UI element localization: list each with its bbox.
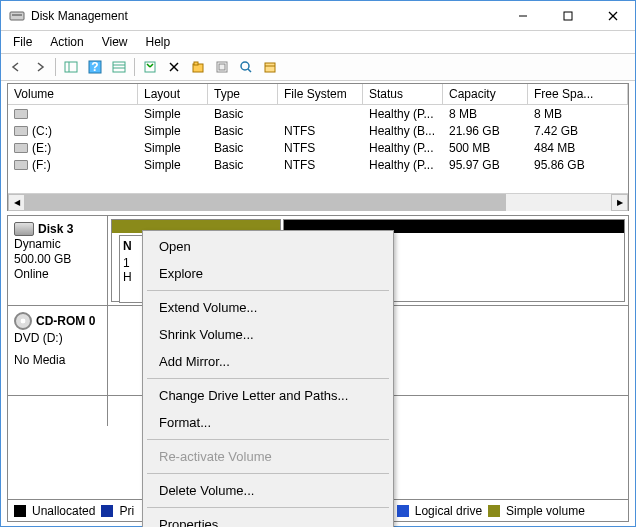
help-button[interactable]: ? bbox=[84, 56, 106, 78]
svg-rect-22 bbox=[265, 63, 275, 72]
maximize-button[interactable] bbox=[545, 1, 590, 30]
svg-rect-19 bbox=[219, 64, 225, 70]
svg-rect-3 bbox=[564, 12, 572, 20]
ctx-change-drive-letter[interactable]: Change Drive Letter and Paths... bbox=[145, 382, 391, 409]
toolbar: ? bbox=[1, 53, 635, 81]
col-layout[interactable]: Layout bbox=[138, 84, 208, 104]
volume-list-panel: Volume Layout Type File System Status Ca… bbox=[7, 83, 629, 211]
disk-label-disk3[interactable]: Disk 3 Dynamic 500.00 GB Online bbox=[8, 216, 108, 305]
horizontal-scrollbar[interactable]: ◀ ▶ bbox=[8, 193, 628, 210]
svg-line-21 bbox=[248, 69, 251, 72]
table-row[interactable]: (E:) Simple Basic NTFS Healthy (P... 500… bbox=[8, 139, 628, 156]
legend-swatch-unallocated bbox=[14, 505, 26, 517]
col-filesystem[interactable]: File System bbox=[278, 84, 363, 104]
properties-button[interactable] bbox=[187, 56, 209, 78]
close-button[interactable] bbox=[590, 1, 635, 30]
show-hide-console-tree-button[interactable] bbox=[60, 56, 82, 78]
ctx-separator bbox=[147, 290, 389, 291]
ctx-properties[interactable]: Properties bbox=[145, 511, 391, 527]
ctx-open[interactable]: Open bbox=[145, 233, 391, 260]
rescan-button[interactable] bbox=[235, 56, 257, 78]
refresh-button[interactable] bbox=[139, 56, 161, 78]
ctx-separator bbox=[147, 439, 389, 440]
scroll-track[interactable] bbox=[25, 194, 611, 211]
app-icon bbox=[9, 8, 25, 24]
volume-list-header: Volume Layout Type File System Status Ca… bbox=[8, 84, 628, 105]
ctx-explore[interactable]: Explore bbox=[145, 260, 391, 287]
scroll-right-arrow[interactable]: ▶ bbox=[611, 194, 628, 211]
titlebar: Disk Management bbox=[1, 1, 635, 31]
toolbar-separator bbox=[134, 58, 135, 76]
cdrom-icon bbox=[14, 312, 32, 330]
menu-help[interactable]: Help bbox=[138, 33, 179, 51]
legend-label: Unallocated bbox=[32, 504, 95, 518]
volume-icon bbox=[14, 109, 28, 119]
ctx-shrink-volume[interactable]: Shrink Volume... bbox=[145, 321, 391, 348]
scroll-thumb[interactable] bbox=[25, 194, 506, 211]
col-free[interactable]: Free Spa... bbox=[528, 84, 628, 104]
context-menu: Open Explore Extend Volume... Shrink Vol… bbox=[142, 230, 394, 527]
menubar: File Action View Help bbox=[1, 31, 635, 53]
col-volume[interactable]: Volume bbox=[8, 84, 138, 104]
ctx-separator bbox=[147, 378, 389, 379]
minimize-button[interactable] bbox=[500, 1, 545, 30]
wizard-button[interactable] bbox=[259, 56, 281, 78]
svg-rect-10 bbox=[113, 62, 125, 72]
legend-swatch-primary bbox=[101, 505, 113, 517]
volume-list-body: Simple Basic Healthy (P... 8 MB 8 MB (C:… bbox=[8, 105, 628, 193]
ctx-separator bbox=[147, 507, 389, 508]
col-status[interactable]: Status bbox=[363, 84, 443, 104]
back-button[interactable] bbox=[5, 56, 27, 78]
col-type[interactable]: Type bbox=[208, 84, 278, 104]
table-row[interactable]: Simple Basic Healthy (P... 8 MB 8 MB bbox=[8, 105, 628, 122]
volume-icon bbox=[14, 126, 28, 136]
svg-text:?: ? bbox=[91, 60, 98, 74]
legend-label: Simple volume bbox=[506, 504, 585, 518]
table-row[interactable]: (C:) Simple Basic NTFS Healthy (B... 21.… bbox=[8, 122, 628, 139]
menu-view[interactable]: View bbox=[94, 33, 136, 51]
disk-label-cdrom[interactable]: CD-ROM 0 DVD (D:) No Media bbox=[8, 306, 108, 395]
ctx-extend-volume[interactable]: Extend Volume... bbox=[145, 294, 391, 321]
legend-swatch-simple bbox=[488, 505, 500, 517]
toolbar-separator bbox=[55, 58, 56, 76]
col-capacity[interactable]: Capacity bbox=[443, 84, 528, 104]
table-row[interactable]: (F:) Simple Basic NTFS Healthy (P... 95.… bbox=[8, 156, 628, 173]
ctx-reactivate-volume: Re-activate Volume bbox=[145, 443, 391, 470]
forward-button[interactable] bbox=[29, 56, 51, 78]
menu-file[interactable]: File bbox=[5, 33, 40, 51]
view-list-button[interactable] bbox=[108, 56, 130, 78]
delete-button[interactable] bbox=[163, 56, 185, 78]
ctx-separator bbox=[147, 473, 389, 474]
volume-icon bbox=[14, 160, 28, 170]
svg-rect-17 bbox=[194, 62, 198, 65]
ctx-delete-volume[interactable]: Delete Volume... bbox=[145, 477, 391, 504]
legend-label: Pri bbox=[119, 504, 134, 518]
volume-icon bbox=[14, 143, 28, 153]
svg-rect-1 bbox=[12, 14, 22, 16]
disk-label-partial bbox=[8, 396, 108, 426]
disk-icon bbox=[14, 222, 34, 236]
legend-label: Logical drive bbox=[415, 504, 482, 518]
svg-rect-6 bbox=[65, 62, 77, 72]
ctx-format[interactable]: Format... bbox=[145, 409, 391, 436]
disk-management-window: Disk Management File Action View Help ? … bbox=[0, 0, 636, 527]
scroll-left-arrow[interactable]: ◀ bbox=[8, 194, 25, 211]
window-title: Disk Management bbox=[31, 9, 500, 23]
settings-button[interactable] bbox=[211, 56, 233, 78]
legend-swatch-logical bbox=[397, 505, 409, 517]
ctx-add-mirror[interactable]: Add Mirror... bbox=[145, 348, 391, 375]
svg-point-20 bbox=[241, 62, 249, 70]
menu-action[interactable]: Action bbox=[42, 33, 91, 51]
